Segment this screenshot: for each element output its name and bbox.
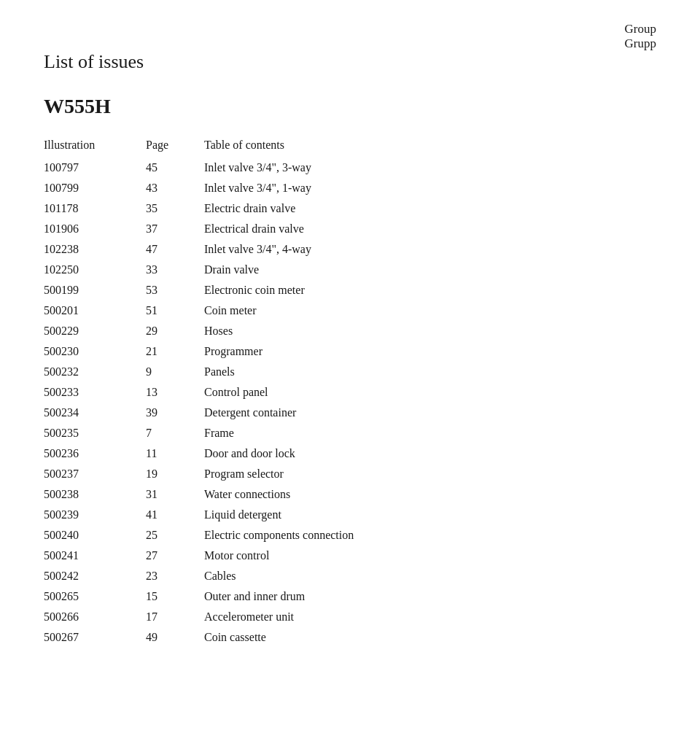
cell-contents: Inlet valve 3/4", 3-way <box>204 159 656 176</box>
table-row: 50023941Liquid detergent <box>44 506 656 524</box>
model-number: W555H <box>44 95 656 118</box>
table-row: 50026617Accelerometer unit <box>44 608 656 626</box>
cell-contents: Inlet valve 3/4", 1-way <box>204 179 656 197</box>
table-row: 50024223Cables <box>44 567 656 585</box>
cell-page: 13 <box>146 384 204 401</box>
cell-contents: Frame <box>204 424 656 442</box>
table-row: 50023313Control panel <box>44 384 656 401</box>
cell-illustration: 500199 <box>44 282 146 299</box>
cell-illustration: 500233 <box>44 384 146 401</box>
cell-contents: Water connections <box>204 486 656 503</box>
cell-illustration: 101178 <box>44 200 146 217</box>
cell-page: 39 <box>146 404 204 422</box>
cell-page: 51 <box>146 302 204 319</box>
table-row: 50020151Coin meter <box>44 302 656 319</box>
table-row: 50026515Outer and inner drum <box>44 588 656 605</box>
cell-illustration: 500267 <box>44 629 146 646</box>
page-title: List of issues <box>44 51 656 73</box>
cell-illustration: 500201 <box>44 302 146 319</box>
cell-illustration: 500236 <box>44 445 146 462</box>
cell-page: 9 <box>146 363 204 381</box>
table-row: 10079745Inlet valve 3/4", 3-way <box>44 159 656 176</box>
cell-contents: Panels <box>204 363 656 381</box>
header-contents: Table of contents <box>204 139 656 152</box>
cell-contents: Drain valve <box>204 261 656 279</box>
cell-illustration: 101906 <box>44 220 146 238</box>
cell-illustration: 100797 <box>44 159 146 176</box>
cell-page: 37 <box>146 220 204 238</box>
cell-illustration: 500235 <box>44 424 146 442</box>
cell-illustration: 500232 <box>44 363 146 381</box>
cell-illustration: 500265 <box>44 588 146 605</box>
cell-page: 33 <box>146 261 204 279</box>
cell-contents: Liquid detergent <box>204 506 656 524</box>
cell-illustration: 500241 <box>44 547 146 564</box>
table-row: 50024127Motor control <box>44 547 656 564</box>
top-right-header: Group Grupp <box>625 22 656 51</box>
page-container: Group Grupp List of issues W555H Illustr… <box>0 0 700 678</box>
cell-page: 43 <box>146 179 204 197</box>
table-row: 50023611Door and door lock <box>44 445 656 462</box>
table-row: 10117835Electric drain valve <box>44 200 656 217</box>
grupp-label: Grupp <box>625 36 656 51</box>
cell-page: 15 <box>146 588 204 605</box>
table-row: 10225033Drain valve <box>44 261 656 279</box>
table-row: 10190637Electrical drain valve <box>44 220 656 238</box>
table-row: 50022929Hoses <box>44 322 656 340</box>
table-row: 50019953Electronic coin meter <box>44 282 656 299</box>
cell-page: 49 <box>146 629 204 646</box>
group-label: Group <box>625 22 656 36</box>
cell-page: 35 <box>146 200 204 217</box>
cell-contents: Coin cassette <box>204 629 656 646</box>
cell-page: 47 <box>146 241 204 258</box>
cell-page: 17 <box>146 608 204 626</box>
cell-page: 11 <box>146 445 204 462</box>
cell-contents: Electrical drain valve <box>204 220 656 238</box>
cell-contents: Programmer <box>204 343 656 360</box>
header-illustration: Illustration <box>44 139 146 152</box>
cell-illustration: 500237 <box>44 465 146 483</box>
table-row: 50023021Programmer <box>44 343 656 360</box>
table-row: 50023719Program selector <box>44 465 656 483</box>
cell-illustration: 100799 <box>44 179 146 197</box>
cell-contents: Detergent container <box>204 404 656 422</box>
cell-illustration: 500239 <box>44 506 146 524</box>
cell-page: 7 <box>146 424 204 442</box>
table-row: 5002357Frame <box>44 424 656 442</box>
header-page: Page <box>146 139 204 152</box>
cell-page: 53 <box>146 282 204 299</box>
cell-contents: Electronic coin meter <box>204 282 656 299</box>
cell-page: 25 <box>146 527 204 544</box>
cell-illustration: 500266 <box>44 608 146 626</box>
cell-page: 23 <box>146 567 204 585</box>
cell-page: 29 <box>146 322 204 340</box>
cell-page: 27 <box>146 547 204 564</box>
cell-contents: Control panel <box>204 384 656 401</box>
cell-illustration: 500242 <box>44 567 146 585</box>
cell-contents: Hoses <box>204 322 656 340</box>
column-headers: Illustration Page Table of contents <box>44 139 656 152</box>
cell-page: 41 <box>146 506 204 524</box>
cell-page: 19 <box>146 465 204 483</box>
cell-illustration: 102238 <box>44 241 146 258</box>
table-row: 50023831Water connections <box>44 486 656 503</box>
cell-contents: Outer and inner drum <box>204 588 656 605</box>
table-row: 50023439Detergent container <box>44 404 656 422</box>
cell-illustration: 500238 <box>44 486 146 503</box>
cell-contents: Inlet valve 3/4", 4-way <box>204 241 656 258</box>
cell-illustration: 500229 <box>44 322 146 340</box>
table-row: 5002329Panels <box>44 363 656 381</box>
cell-illustration: 500230 <box>44 343 146 360</box>
cell-illustration: 500234 <box>44 404 146 422</box>
rows-container: 10079745Inlet valve 3/4", 3-way10079943I… <box>44 159 656 646</box>
cell-contents: Electric components connection <box>204 527 656 544</box>
cell-page: 45 <box>146 159 204 176</box>
table-row: 50026749Coin cassette <box>44 629 656 646</box>
cell-page: 31 <box>146 486 204 503</box>
cell-contents: Accelerometer unit <box>204 608 656 626</box>
cell-contents: Motor control <box>204 547 656 564</box>
cell-illustration: 102250 <box>44 261 146 279</box>
cell-contents: Electric drain valve <box>204 200 656 217</box>
table-row: 50024025Electric components connection <box>44 527 656 544</box>
cell-illustration: 500240 <box>44 527 146 544</box>
